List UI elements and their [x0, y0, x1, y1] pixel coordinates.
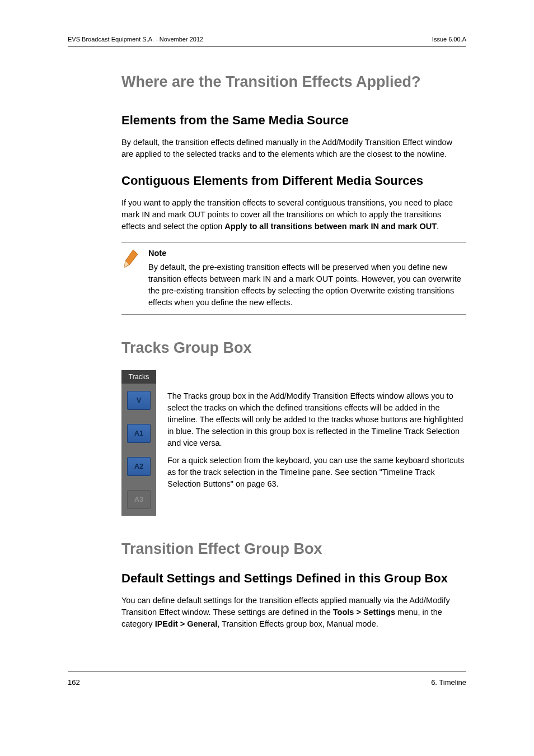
tracks-slot: A1: [121, 417, 156, 450]
note-body: Note By default, the pre-existing transi…: [148, 248, 466, 309]
tracks-para-1: The Tracks group box in the Add/Modify T…: [167, 390, 466, 449]
footer-page-number: 162: [68, 678, 80, 687]
ds-bold-2: IPEdit > General: [155, 619, 218, 628]
note-label: Note: [148, 248, 466, 259]
pencil-icon: [121, 248, 140, 309]
header-right: Issue 6.00.A: [432, 36, 466, 43]
track-button-v[interactable]: V: [127, 391, 151, 410]
note-block: Note By default, the pre-existing transi…: [121, 242, 466, 315]
page-header: EVS Broadcast Equipment S.A. - November …: [68, 36, 466, 46]
footer-chapter: 6. Timeline: [431, 678, 466, 687]
tracks-panel-header: Tracks: [121, 370, 156, 384]
heading-contiguous-elements: Contiguous Elements from Different Media…: [121, 174, 466, 188]
para-default-settings: You can define default settings for the …: [121, 595, 466, 630]
document-page: EVS Broadcast Equipment S.A. - November …: [0, 0, 534, 671]
para-contiguous-bold: Apply to all transitions between mark IN…: [224, 222, 437, 231]
tracks-para-2: For a quick selection from the keyboard,…: [167, 455, 466, 490]
header-left: EVS Broadcast Equipment S.A. - November …: [68, 36, 203, 43]
tracks-description: The Tracks group box in the Add/Modify T…: [167, 370, 466, 516]
page-footer: 162 6. Timeline: [68, 671, 466, 687]
note-text-post: when you define the new effects.: [172, 298, 292, 307]
heading-transition-effects-applied: Where are the Transition Effects Applied…: [121, 73, 466, 91]
para-contiguous-post: .: [437, 222, 439, 231]
para-same-media-source: By default, the transition effects defin…: [121, 137, 466, 160]
track-button-a1[interactable]: A1: [127, 424, 151, 443]
ds-text-3: , Transition Effects group box, Manual m…: [217, 619, 378, 628]
heading-same-media-source: Elements from the Same Media Source: [121, 113, 466, 128]
track-button-a3[interactable]: A3: [127, 490, 151, 509]
heading-transition-effect-group-box: Transition Effect Group Box: [121, 540, 466, 558]
heading-default-settings: Default Settings and Settings Defined in…: [121, 571, 466, 586]
para-contiguous-elements: If you want to apply the transition effe…: [121, 197, 466, 232]
tracks-row: Tracks V A1 A2 A3 The Tracks group box i…: [121, 370, 466, 516]
tracks-slot: A2: [121, 450, 156, 483]
tracks-slot: V: [121, 384, 156, 417]
heading-tracks-group-box: Tracks Group Box: [121, 339, 466, 357]
track-button-a2[interactable]: A2: [127, 457, 151, 476]
tracks-slot: A3: [121, 483, 156, 516]
tracks-panel: Tracks V A1 A2 A3: [121, 370, 156, 516]
ds-bold-1: Tools > Settings: [333, 608, 395, 617]
